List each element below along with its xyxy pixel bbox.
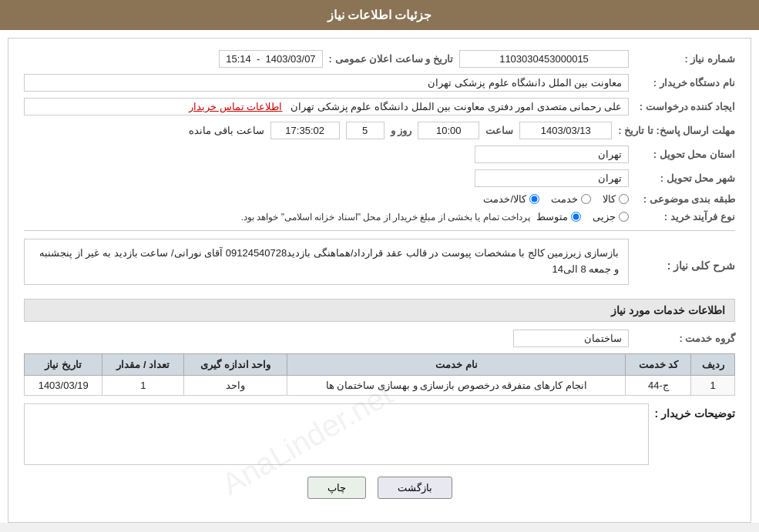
creator-row: ایجاد کننده درخواست : علی رحمانی متصدی ا… [24,98,735,115]
description-value: بازسازی زیرزمین کالج با مشخصات پیوست در … [24,239,629,285]
buyer-org-row: نام دستگاه خریدار : معاونت بین الملل دان… [24,74,735,92]
description-label: شرح کلی نیاز : [635,259,735,272]
creator-label: ایجاد کننده درخواست : [635,101,735,112]
days-label: روز و [391,125,412,136]
process-partial-label: جزیی [593,211,616,223]
response-deadline-label: مهلت ارسال پاسخ: تا تاریخ : [618,125,735,136]
divider-1 [24,230,735,231]
need-number-value: 1103030453000015 [459,50,629,68]
notes-label: توضیحات خریدار : [655,407,735,420]
category-goods-item: کالا [603,193,629,205]
need-number-row: شماره نیاز : 1103030453000015 تاریخ و سا… [24,50,735,68]
service-group-row: گروه خدمت : ساختمان [24,330,735,347]
col-unit: واحد اندازه گیری [184,353,287,375]
process-partial-radio[interactable] [619,212,629,222]
col-quantity: تعداد / مقدار [102,353,184,375]
col-service-name: نام خدمت [287,353,626,375]
notes-row: توضیحات خریدار : AnaLinder.net [24,403,735,465]
process-type-row: نوع فرآیند خرید : جزیی متوسط پرداخت تمام… [24,211,735,223]
back-button[interactable]: بازگشت [378,477,452,499]
process-medium-label: متوسط [536,211,568,223]
delivery-province-row: استان محل تحویل : تهران [24,146,735,163]
category-label: طبقه بندی موضوعی : [635,193,735,205]
process-partial-item: جزیی [593,211,629,223]
buyer-org-label: نام دستگاه خریدار : [635,77,735,89]
delivery-city-label: شهر محل تحویل : [635,172,735,184]
services-section-title: اطلاعات خدمات مورد نیاز [24,299,735,322]
category-goods-service-item: کالا/خدمت [483,193,539,205]
response-date-value: 1403/03/13 [519,122,612,139]
response-time-label: ساعت [485,125,513,136]
delivery-province-value: تهران [475,146,629,163]
category-goods-radio[interactable] [619,194,629,204]
need-number-label: شماره نیاز : [635,53,735,65]
services-table: ردیف کد خدمت نام خدمت واحد اندازه گیری ت… [24,353,735,396]
creator-contact-link[interactable]: اطلاعات تماس خریدار [189,101,282,112]
process-note: پرداخت تمام یا بخشی از مبلغ خریدار از مح… [24,212,530,223]
service-group-value: ساختمان [513,330,629,347]
announce-date-value: 1403/03/07 - 15:14 [219,50,322,68]
buttons-row: بازگشت چاپ [24,477,735,499]
category-goods-label: کالا [603,193,616,205]
response-deadline-row: مهلت ارسال پاسخ: تا تاریخ : 1403/03/13 س… [24,122,735,139]
description-row: شرح کلی نیاز : بازسازی زیرزمین کالج با م… [24,239,735,293]
delivery-city-value: تهران [475,169,629,187]
page-header: جزئیات اطلاعات نیاز [0,0,759,30]
category-service-label: خدمت [551,193,578,205]
delivery-city-row: شهر محل تحویل : تهران [24,169,735,187]
remaining-label: ساعت باقی مانده [189,125,264,136]
category-radio-group: کالا خدمت کالا/خدمت [483,193,629,205]
response-days-value: 5 [346,122,385,139]
category-goods-service-radio[interactable] [529,194,539,204]
response-time-value: 10:00 [418,122,479,139]
cell-row_num: 1 [691,375,735,395]
buyer-org-value: معاونت بین الملل دانشگاه علوم پزشکی تهرا… [24,74,629,92]
process-medium-radio[interactable] [571,212,581,222]
process-radio-group: جزیی متوسط [536,211,629,223]
col-service-code: کد خدمت [626,353,691,375]
col-row-num: ردیف [691,353,735,375]
cell-quantity: 1 [102,375,184,395]
page-container: جزئیات اطلاعات نیاز شماره نیاز : 1103030… [0,0,759,523]
page-title: جزئیات اطلاعات نیاز [327,8,432,22]
category-row: طبقه بندی موضوعی : کالا خدمت کالا/خدمت [24,193,735,205]
process-type-label: نوع فرآیند خرید : [635,211,735,223]
notes-box: AnaLinder.net [24,403,649,465]
table-header-row: ردیف کد خدمت نام خدمت واحد اندازه گیری ت… [25,353,735,375]
cell-unit: واحد [184,375,287,395]
category-goods-service-label: کالا/خدمت [483,193,526,205]
cell-service_code: ج-44 [626,375,691,395]
print-button[interactable]: چاپ [307,477,366,499]
response-clock-value: 17:35:02 [270,122,340,139]
process-medium-item: متوسط [536,211,581,223]
category-service-item: خدمت [551,193,591,205]
cell-service_name: انجام کارهای متفرقه درخصوص بازسازی و بهس… [287,375,626,395]
creator-value: علی رحمانی متصدی امور دفتری معاونت بین ا… [24,98,629,115]
main-content: شماره نیاز : 1103030453000015 تاریخ و سا… [8,38,751,523]
category-service-radio[interactable] [581,194,591,204]
delivery-province-label: استان محل تحویل : [635,149,735,160]
table-row: 1ج-44انجام کارهای متفرقه درخصوص بازسازی … [25,375,735,395]
cell-need_date: 1403/03/19 [25,375,102,395]
announce-datetime-label: تاریخ و ساعت اعلان عمومی : [329,53,453,65]
service-group-label: گروه خدمت : [635,333,735,344]
col-need-date: تاریخ نیاز [25,353,102,375]
